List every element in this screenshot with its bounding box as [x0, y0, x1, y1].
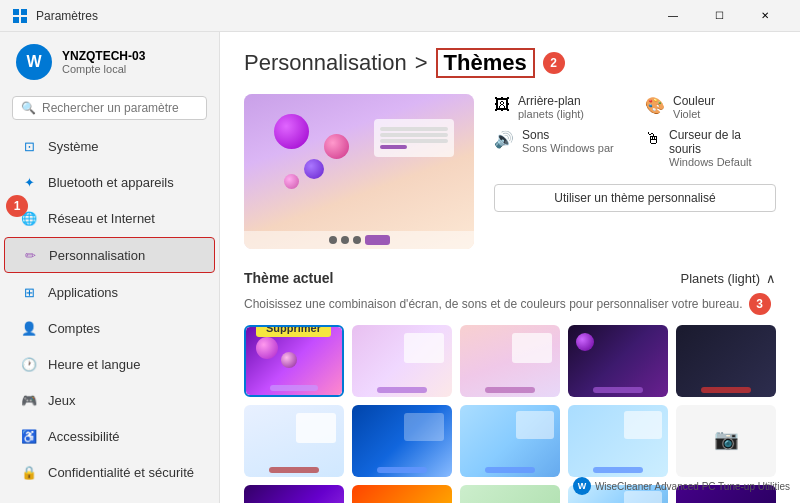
theme-thumb-5: [676, 325, 776, 397]
comptes-icon: 👤: [20, 319, 38, 337]
svg-rect-3: [21, 17, 27, 23]
search-input[interactable]: [42, 101, 198, 115]
section-title-group: Thème actuel: [244, 269, 333, 287]
applications-icon: ⊞: [20, 283, 38, 301]
taskbar-btn-prev: [365, 235, 390, 245]
theme-item-4[interactable]: [568, 325, 668, 397]
preview-line-3: [380, 139, 448, 143]
chevron-up-icon[interactable]: ∧: [766, 271, 776, 286]
theme-item-11[interactable]: [244, 485, 344, 503]
sidebar-item-label: Bluetooth et appareils: [48, 175, 174, 190]
theme-item-1[interactable]: Supprimer: [244, 325, 344, 397]
sidebar-item-windows-update[interactable]: ⟳ Windows Update: [4, 491, 215, 503]
info-row-1: 🖼 Arrière-plan planets (light) 🎨 Couleur…: [494, 94, 776, 120]
mini-bar-t3: [485, 387, 535, 393]
badge-1: 1: [6, 195, 28, 217]
svg-rect-0: [13, 9, 19, 15]
sidebar-item-network[interactable]: 🌐 Réseau et Internet: [4, 201, 215, 235]
search-box[interactable]: 🔍: [12, 96, 207, 120]
sidebar-item-jeux[interactable]: 🎮 Jeux: [4, 383, 215, 417]
top-row: 🖼 Arrière-plan planets (light) 🎨 Couleur…: [244, 94, 776, 249]
theme-thumb-6: [244, 405, 344, 477]
planet-2: [324, 134, 349, 159]
theme-thumb-10: 📷: [676, 405, 776, 477]
mini-bar-t8: [485, 467, 535, 473]
sons-value: Sons Windows par: [522, 142, 614, 154]
mini-bar-t7: [377, 467, 427, 473]
confidentialite-icon: 🔒: [20, 463, 38, 481]
theme-item-6[interactable]: [244, 405, 344, 477]
sidebar-item-personalisation[interactable]: ✏ Personnalisation: [4, 237, 215, 273]
active-theme-name: Planets (light): [681, 271, 760, 286]
window-t3: [512, 333, 552, 363]
badge-2: 2: [543, 52, 565, 74]
info-row-2: 🔊 Sons Sons Windows par 🖱 Curseur de la …: [494, 128, 776, 168]
preview-taskbar: [244, 231, 474, 249]
theme-item-12[interactable]: [352, 485, 452, 503]
sidebar-item-comptes[interactable]: 👤 Comptes: [4, 311, 215, 345]
theme-item-8[interactable]: [460, 405, 560, 477]
info-text-background: Arrière-plan planets (light): [518, 94, 584, 120]
sidebar-item-accessibilite[interactable]: ♿ Accessibilité: [4, 419, 215, 453]
minimize-button[interactable]: —: [650, 0, 696, 32]
sons-label: Sons: [522, 128, 614, 142]
sidebar-item-system[interactable]: ⊡ Système: [4, 129, 215, 163]
mini-bar-t4: [593, 387, 643, 393]
svg-rect-2: [13, 17, 19, 23]
customize-button[interactable]: Utiliser un thème personnalisé: [494, 184, 776, 212]
preview-line-accent: [380, 145, 407, 149]
info-text-sons: Sons Sons Windows par: [522, 128, 614, 154]
svg-rect-1: [21, 9, 27, 15]
theme-item-10[interactable]: 📷: [676, 405, 776, 477]
content-area: Personnalisation > Thèmes 2: [220, 32, 800, 503]
theme-item-5[interactable]: [676, 325, 776, 397]
window-t2: [404, 333, 444, 363]
sidebar-item-confidentialite[interactable]: 🔒 Confidentialité et sécurité: [4, 455, 215, 489]
titlebar-title: Paramètres: [36, 9, 650, 23]
theme-item-7[interactable]: [352, 405, 452, 477]
app-body: W YNZQTECH-03 Compte local 🔍 ⊡ Système ✦…: [0, 32, 800, 503]
planet-3: [304, 159, 324, 179]
sidebar-item-heure[interactable]: 🕐 Heure et langue: [4, 347, 215, 381]
theme-item-13[interactable]: [460, 485, 560, 503]
mini-bar-t6: [269, 467, 319, 473]
wisecleaner-logo: W: [573, 477, 591, 495]
theme-thumb-9: [568, 405, 668, 477]
sidebar-item-applications[interactable]: ⊞ Applications: [4, 275, 215, 309]
maximize-button[interactable]: ☐: [696, 0, 742, 32]
info-item-curseur: 🖱 Curseur de la souris Windows Default: [645, 128, 776, 168]
camera-icon: 📷: [714, 427, 739, 451]
breadcrumb-parent: Personnalisation: [244, 50, 407, 76]
taskbar-dot: [329, 236, 337, 244]
badge-3: 3: [749, 293, 771, 315]
bluetooth-icon: ✦: [20, 173, 38, 191]
user-info: YNZQTECH-03 Compte local: [62, 49, 145, 75]
close-button[interactable]: ✕: [742, 0, 788, 32]
sidebar: W YNZQTECH-03 Compte local 🔍 ⊡ Système ✦…: [0, 32, 220, 503]
delete-button[interactable]: Supprimer: [256, 325, 331, 337]
mini-bar-t2: [377, 387, 427, 393]
info-item-sons: 🔊 Sons Sons Windows par: [494, 128, 625, 168]
theme-item-2[interactable]: [352, 325, 452, 397]
sidebar-item-bluetooth[interactable]: ✦ Bluetooth et appareils: [4, 165, 215, 199]
taskbar-dot-3: [353, 236, 361, 244]
planet-1: [274, 114, 309, 149]
theme-thumb-4: [568, 325, 668, 397]
curseur-value: Windows Default: [669, 156, 776, 168]
background-icon: 🖼: [494, 96, 510, 114]
titlebar-controls: — ☐ ✕: [650, 0, 788, 32]
theme-item-9[interactable]: [568, 405, 668, 477]
planet-t1-2: [281, 352, 297, 368]
mini-bar-t5: [701, 387, 751, 393]
theme-item-3[interactable]: [460, 325, 560, 397]
window-t6: [296, 413, 336, 443]
section-desc: Choisissez une combinaison d'écran, de s…: [244, 297, 743, 311]
theme-thumb-8: [460, 405, 560, 477]
search-icon: 🔍: [21, 101, 36, 115]
info-item-couleur: 🎨 Couleur Violet: [645, 94, 776, 120]
sidebar-item-label: Applications: [48, 285, 118, 300]
info-text-curseur: Curseur de la souris Windows Default: [669, 128, 776, 168]
accessibilite-icon: ♿: [20, 427, 38, 445]
personalisation-icon: ✏: [21, 246, 39, 264]
sidebar-item-label: Système: [48, 139, 99, 154]
